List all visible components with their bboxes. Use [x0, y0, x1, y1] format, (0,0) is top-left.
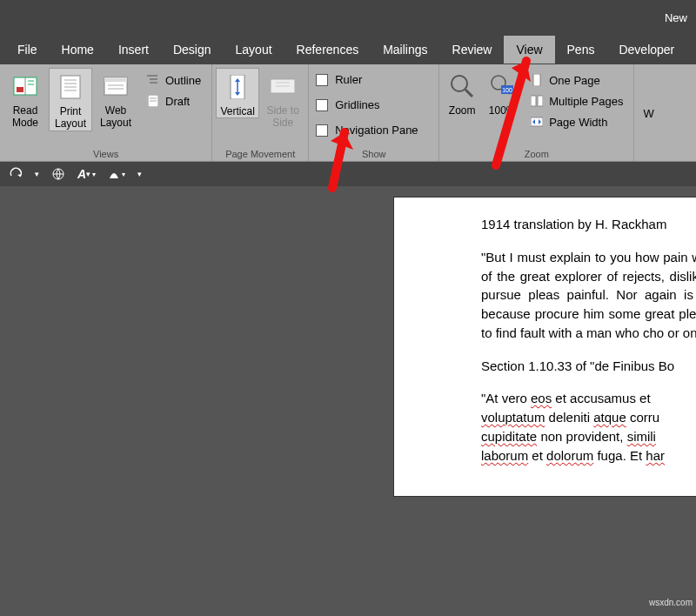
outline-icon — [146, 73, 160, 87]
watermark: wsxdn.com — [649, 598, 693, 607]
tab-developer[interactable]: Developer — [606, 36, 686, 64]
tab-home[interactable]: Home — [50, 36, 106, 64]
checkbox-icon — [316, 124, 328, 137]
ruler-checkbox[interactable]: Ruler — [312, 70, 365, 90]
ribbon-tabs: File Home Insert Design Layout Reference… — [0, 35, 696, 64]
svg-rect-1 — [17, 87, 23, 92]
tab-mailings[interactable]: Mailings — [371, 36, 439, 64]
group-views-label: Views — [3, 147, 208, 159]
translate-button[interactable] — [51, 167, 65, 181]
page[interactable]: 1914 translation by H. Rackham "But I mu… — [393, 197, 696, 497]
title-bar: New — [0, 0, 696, 35]
read-mode-icon — [10, 71, 40, 101]
group-page-movement: Vertical Side to Side Page Movement — [212, 64, 309, 161]
group-show: Ruler Gridlines Navigation Pane Show — [309, 64, 439, 161]
tab-view[interactable]: View — [504, 36, 554, 64]
group-show-label: Show — [312, 147, 435, 159]
page-width-button[interactable]: Page Width — [526, 113, 626, 131]
multiple-pages-button[interactable]: Multiple Pages — [526, 92, 626, 110]
qat-more[interactable]: ▾ — [137, 170, 142, 178]
outline-button[interactable]: Outline — [143, 71, 204, 89]
tab-pens[interactable]: Pens — [555, 36, 607, 64]
web-layout-button[interactable]: Web Layout — [94, 68, 137, 130]
print-layout-button[interactable]: Print Layout — [49, 68, 92, 131]
tab-design[interactable]: Design — [161, 36, 224, 64]
body-paragraph-2: "At vero eos et accusamus et voluptatum … — [481, 389, 696, 465]
one-page-button[interactable]: One Page — [526, 71, 626, 89]
section-heading: Section 1.10.33 of "de Finibus Bo — [481, 357, 696, 376]
page-width-icon — [530, 115, 544, 129]
zoom-100-button[interactable]: 100 100% — [483, 68, 521, 117]
group-page-movement-label: Page Movement — [216, 147, 304, 159]
read-mode-button[interactable]: Read Mode — [3, 68, 47, 130]
tab-review[interactable]: Review — [440, 36, 505, 64]
multiple-pages-icon — [530, 94, 544, 108]
redo-button[interactable] — [9, 167, 23, 181]
svg-rect-11 — [104, 77, 127, 82]
zoom-100-icon: 100 — [487, 71, 517, 101]
tab-references[interactable]: References — [284, 36, 371, 64]
draft-button[interactable]: Draft — [143, 92, 204, 110]
tab-file[interactable]: File — [5, 36, 50, 64]
checkbox-icon — [316, 74, 328, 86]
group-zoom: Zoom 100 100% One Page — [439, 64, 634, 161]
font-color-button[interactable]: A▾▾ — [77, 167, 96, 181]
one-page-icon — [530, 73, 544, 87]
tab-insert[interactable]: Insert — [106, 36, 161, 64]
web-layout-icon — [101, 71, 130, 101]
side-to-side-icon — [268, 71, 298, 101]
group-zoom-label: Zoom — [443, 147, 630, 159]
group-window-partial: W — [634, 64, 657, 161]
heading: 1914 translation by H. Rackham — [481, 215, 696, 234]
qat-sep: ▾ — [35, 170, 39, 178]
svg-rect-32 — [531, 96, 536, 106]
checkbox-icon — [316, 99, 328, 111]
svg-point-25 — [452, 76, 467, 91]
body-paragraph: "But I must explain to you how pain was … — [481, 248, 696, 343]
svg-text:100: 100 — [502, 87, 512, 93]
shape-button[interactable]: ▾ — [108, 168, 125, 180]
ribbon: Read Mode Print Layout Web Layout — [0, 64, 696, 162]
document-area[interactable]: 1914 translation by H. Rackham "But I mu… — [0, 186, 696, 616]
zoom-button[interactable]: Zoom — [443, 68, 481, 117]
svg-line-26 — [465, 90, 472, 97]
side-to-side-button[interactable]: Side to Side — [261, 68, 304, 130]
vertical-icon — [223, 72, 252, 102]
navigation-pane-checkbox[interactable]: Navigation Pane — [312, 120, 421, 140]
tab-layout[interactable]: Layout — [224, 36, 284, 64]
gridlines-checkbox[interactable]: Gridlines — [312, 95, 383, 115]
quick-access-toolbar: ▾ A▾▾ ▾ ▾ — [0, 162, 696, 186]
zoom-icon — [447, 71, 477, 101]
svg-rect-31 — [533, 74, 540, 86]
svg-rect-33 — [538, 96, 543, 106]
print-layout-icon — [56, 72, 85, 102]
group-views: Read Mode Print Layout Web Layout — [0, 64, 212, 161]
title-text: New — [665, 11, 687, 24]
vertical-button[interactable]: Vertical — [216, 68, 259, 118]
draft-icon — [146, 94, 160, 108]
